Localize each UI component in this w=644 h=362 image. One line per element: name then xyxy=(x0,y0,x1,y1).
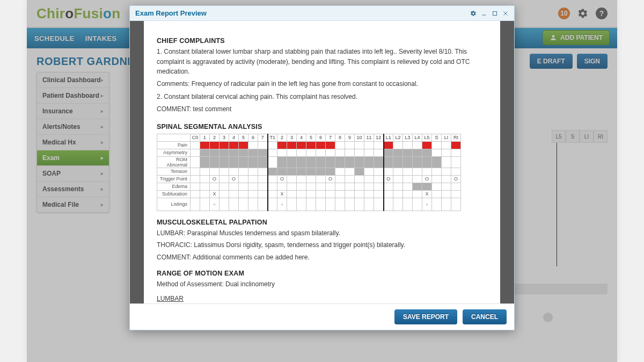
complaint-1: 1. Constant bilateral lower lumbar sharp… xyxy=(157,47,487,77)
spine-row-listings: Listings xyxy=(157,198,191,211)
modal-overlay: Exam Report Preview CHIEF COMPLAINTS 1. … xyxy=(27,0,617,362)
maximize-icon[interactable] xyxy=(492,10,498,17)
complaint-2-comment: COMMENT: test comment xyxy=(157,104,487,114)
minimize-icon[interactable] xyxy=(481,10,487,17)
spine-row-rom-abnormal: ROM Abnormal xyxy=(157,156,191,168)
spine-row-edema: Edema xyxy=(157,183,191,190)
msp-lumbar: LUMBAR: Paraspinal Muscles tenderness an… xyxy=(157,228,487,238)
spinal-segmental-table: C01234567T123456789101112L1L2L3L4L5SLIRI… xyxy=(157,134,461,211)
complaint-2: 2. Constant bilateral cervical aching pa… xyxy=(157,92,487,102)
spine-row-pain: Pain xyxy=(157,141,191,149)
section-musculoskeletal: MUSCULOSKELETAL PALPATION xyxy=(157,219,487,226)
modal-title: Exam Report Preview xyxy=(135,9,207,17)
exam-report-modal: Exam Report Preview CHIEF COMPLAINTS 1. … xyxy=(129,5,515,330)
msp-thoracic: THORACIC: Latissimus Dorsi rigidity, spa… xyxy=(157,240,487,250)
spine-row-tension: Tension xyxy=(157,168,191,175)
spine-row-trigger-point: Trigger Point xyxy=(157,175,191,183)
svg-rect-1 xyxy=(493,11,497,15)
section-chief-complaints: CHIEF COMPLAINTS xyxy=(157,37,487,45)
spine-row-asymmetry: Asymmetry xyxy=(157,149,191,156)
spine-row-subluxation: Subluxation xyxy=(157,190,191,198)
rom-lumbar-heading: LUMBAR xyxy=(157,294,487,303)
save-report-button[interactable]: SAVE REPORT xyxy=(394,309,457,324)
report-page[interactable]: CHIEF COMPLAINTS 1. Constant bilateral l… xyxy=(144,21,500,303)
msp-comment: COMMENT: Additional comments can be adde… xyxy=(157,252,487,263)
section-spinal-analysis: SPINAL SEGMENTAL ANALYSIS xyxy=(157,123,487,131)
section-rom: RANGE OF MOTION EXAM xyxy=(157,270,487,277)
rom-method: Method of Assessment: Dual inclinometry xyxy=(157,279,487,289)
close-icon[interactable] xyxy=(502,10,509,17)
settings-icon[interactable] xyxy=(470,10,477,17)
complaint-1-comment: Comments: Frequency of radicular pain in… xyxy=(157,79,487,89)
cancel-button[interactable]: CANCEL xyxy=(463,309,507,324)
